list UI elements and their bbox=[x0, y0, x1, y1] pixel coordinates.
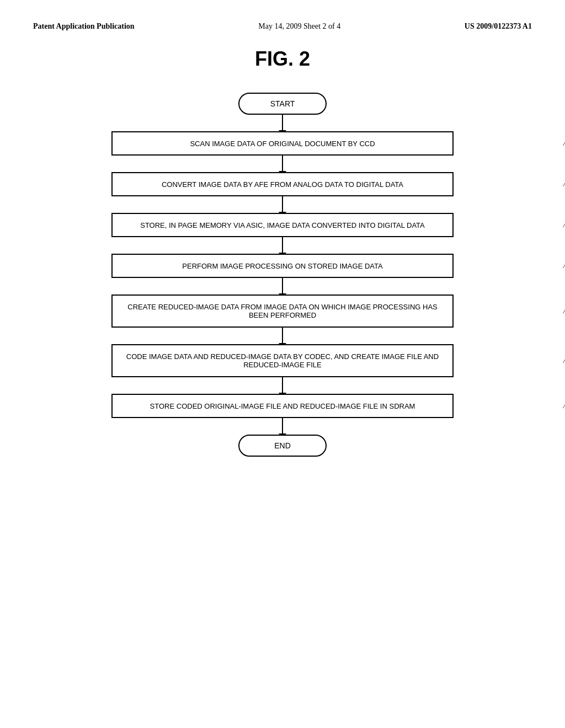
arrow-1 bbox=[282, 156, 283, 172]
end-box: END bbox=[238, 435, 327, 457]
arrow-4 bbox=[282, 278, 283, 295]
header-center: May 14, 2009 Sheet 2 of 4 bbox=[258, 22, 340, 31]
step-s105: CREATE REDUCED-IMAGE DATA FROM IMAGE DAT… bbox=[33, 295, 532, 328]
step-s107-box: STORE CODED ORIGINAL-IMAGE FILE AND REDU… bbox=[111, 394, 454, 418]
step-s101: SCAN IMAGE DATA OF ORIGINAL DOCUMENT BY … bbox=[33, 131, 532, 156]
step-s106: CODE IMAGE DATA AND REDUCED-IMAGE DATA B… bbox=[33, 344, 532, 377]
figure-title: FIG. 2 bbox=[33, 47, 532, 71]
arrow-3 bbox=[282, 237, 283, 254]
start-box: START bbox=[238, 93, 327, 115]
step-s103: STORE, IN PAGE MEMORY VIA ASIC, IMAGE DA… bbox=[33, 213, 532, 237]
arrow-5 bbox=[282, 328, 283, 344]
step-s101-text: SCAN IMAGE DATA OF ORIGINAL DOCUMENT BY … bbox=[190, 140, 375, 148]
step-s103-box: STORE, IN PAGE MEMORY VIA ASIC, IMAGE DA… bbox=[111, 213, 454, 237]
step-s104-box: PERFORM IMAGE PROCESSING ON STORED IMAGE… bbox=[111, 254, 454, 278]
step-s105-text: CREATE REDUCED-IMAGE DATA FROM IMAGE DAT… bbox=[124, 303, 441, 319]
page: Patent Application Publication May 14, 2… bbox=[0, 0, 565, 728]
step-s102: CONVERT IMAGE DATA BY AFE FROM ANALOG DA… bbox=[33, 172, 532, 196]
step-s103-text: STORE, IN PAGE MEMORY VIA ASIC, IMAGE DA… bbox=[140, 221, 425, 229]
step-s106-text: CODE IMAGE DATA AND REDUCED-IMAGE DATA B… bbox=[124, 352, 441, 369]
flowchart: START SCAN IMAGE DATA OF ORIGINAL DOCUME… bbox=[33, 93, 532, 457]
start-node: START bbox=[33, 93, 532, 115]
step-s104-text: PERFORM IMAGE PROCESSING ON STORED IMAGE… bbox=[182, 262, 382, 270]
step-s107-text: STORE CODED ORIGINAL-IMAGE FILE AND REDU… bbox=[150, 402, 415, 410]
step-s106-box: CODE IMAGE DATA AND REDUCED-IMAGE DATA B… bbox=[111, 344, 454, 377]
step-s102-box: CONVERT IMAGE DATA BY AFE FROM ANALOG DA… bbox=[111, 172, 454, 196]
header-left: Patent Application Publication bbox=[33, 22, 135, 31]
step-s107: STORE CODED ORIGINAL-IMAGE FILE AND REDU… bbox=[33, 394, 532, 418]
arrow-6 bbox=[282, 377, 283, 394]
step-s102-text: CONVERT IMAGE DATA BY AFE FROM ANALOG DA… bbox=[162, 180, 403, 189]
step-s104: PERFORM IMAGE PROCESSING ON STORED IMAGE… bbox=[33, 254, 532, 278]
step-s101-box: SCAN IMAGE DATA OF ORIGINAL DOCUMENT BY … bbox=[111, 131, 454, 156]
arrow-2 bbox=[282, 196, 283, 213]
page-header: Patent Application Publication May 14, 2… bbox=[33, 22, 532, 31]
end-node: END bbox=[33, 435, 532, 457]
arrow-0 bbox=[282, 115, 283, 131]
header-right: US 2009/0122373 A1 bbox=[465, 22, 532, 31]
arrow-7 bbox=[282, 418, 283, 435]
step-s105-box: CREATE REDUCED-IMAGE DATA FROM IMAGE DAT… bbox=[111, 295, 454, 328]
